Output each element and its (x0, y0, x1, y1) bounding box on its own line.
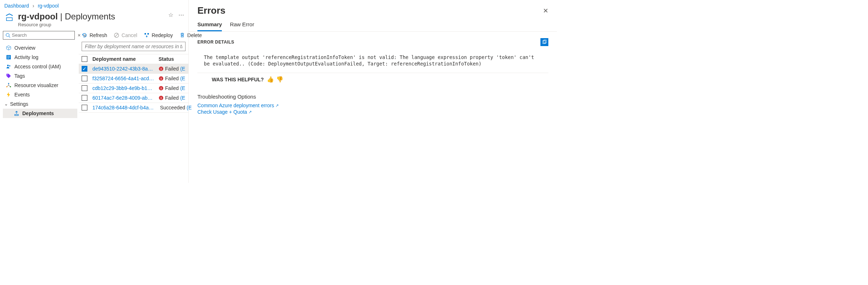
chevron-down-icon: ⌄ (4, 101, 8, 107)
troubleshoot-section: Troubleshooting Options Common Azure dep… (197, 94, 548, 115)
page-subtitle: Resource group (18, 22, 165, 27)
status-cell: !Failed (E (159, 95, 186, 101)
svg-point-7 (7, 65, 9, 66)
status-cell: !Failed (E (159, 76, 186, 81)
deployment-name-link[interactable]: cdb12c29-3bb9-4e9b-b1b5-216... (92, 85, 154, 91)
cancel-icon (114, 32, 119, 38)
sidebar-item-tags[interactable]: Tags (3, 71, 77, 81)
page-title: rg-vdpool | Deployments (18, 12, 165, 22)
breadcrumb-current[interactable]: rg-vdpool (38, 3, 59, 9)
table-row[interactable]: f3258724-6656-4a41-acd8-18ed...!Failed (… (79, 74, 188, 83)
row-checkbox[interactable] (82, 85, 87, 91)
filter-row (82, 42, 186, 51)
status-detail-link[interactable]: (E (180, 76, 185, 81)
table-row[interactable]: cdb12c29-3bb9-4e9b-b1b5-216...!Failed (E (79, 83, 188, 93)
panel-tabs: Summary Raw Error (189, 16, 557, 32)
cube-icon (6, 45, 12, 51)
bolt-icon (6, 92, 12, 98)
page-title-bar: rg-vdpool | Deployments Resource group ☆… (0, 9, 188, 29)
col-header-name[interactable]: Deployment name (92, 56, 154, 62)
status-detail-link[interactable]: (E (180, 85, 185, 91)
troubleshoot-heading: Troubleshooting Options (197, 94, 548, 100)
error-icon: ! (159, 86, 164, 91)
svg-rect-13 (15, 114, 18, 116)
row-checkbox[interactable]: ✓ (82, 66, 87, 72)
svg-point-9 (7, 74, 8, 75)
svg-rect-0 (6, 18, 12, 21)
sidebar-item-label: Resource visualizer (14, 82, 58, 88)
deployments-table: Deployment name Status ✓de943510-2242-43… (79, 54, 188, 113)
sidebar-group-label: Settings (10, 101, 28, 107)
col-header-status[interactable]: Status (159, 56, 186, 62)
errors-panel: Errors ✕ Summary Raw Error ERROR DETAILS… (188, 0, 557, 183)
status-cell: Succeeded (E (159, 105, 186, 110)
sidebar-item-access-control-iam-[interactable]: Access control (IAM) (3, 62, 77, 71)
svg-rect-17 (147, 33, 149, 35)
error-message: The template output 'referenceRegistrati… (197, 49, 548, 73)
more-icon[interactable]: ⋯ (178, 12, 184, 18)
content-area: Refresh Cancel Redeploy Delete (77, 29, 188, 118)
sidebar-item-resource-visualizer[interactable]: Resource visualizer (3, 81, 77, 90)
deployment-name-link[interactable]: 174c6a28-6448-4dcf-b4ae-0fe99... (92, 105, 154, 110)
sidebar-item-label: Events (14, 92, 30, 98)
redeploy-button[interactable]: Redeploy (144, 32, 173, 38)
error-details-heading: ERROR DETAILS (197, 40, 234, 45)
table-row[interactable]: ✓de943510-2242-43b3-8a1b-a024...!Failed … (79, 64, 188, 74)
sidebar-group-settings[interactable]: ⌄Settings (3, 99, 77, 109)
tab-raw-error[interactable]: Raw Error (230, 21, 254, 31)
tag-icon (6, 73, 12, 79)
link-check-quota[interactable]: Check Usage + Quota ↗ (197, 109, 548, 115)
svg-text:!: ! (160, 76, 161, 80)
close-panel-icon[interactable]: ✕ (543, 7, 548, 15)
table-row[interactable]: 174c6a28-6448-4dcf-b4ae-0fe99...Succeede… (79, 103, 188, 113)
sidebar-item-label: Activity log (14, 54, 38, 60)
sidebar-item-deployments[interactable]: Deployments (3, 109, 77, 118)
svg-text:!: ! (160, 96, 161, 100)
status-detail-link[interactable]: (E (180, 66, 185, 72)
thumbs-down-icon[interactable]: 👎 (276, 76, 283, 83)
sidebar-item-label: Overview (14, 45, 35, 51)
sidebar-search-input[interactable] (12, 32, 72, 38)
cancel-button[interactable]: Cancel (114, 32, 137, 38)
refresh-button[interactable]: Refresh (82, 32, 107, 38)
sidebar-item-events[interactable]: Events (3, 90, 77, 99)
svg-rect-16 (145, 33, 146, 35)
delete-icon (179, 32, 185, 38)
select-all-checkbox[interactable] (82, 56, 87, 62)
helpful-prompt: WAS THIS HELPFUL? 👍 👎 (197, 73, 548, 83)
sidebar: × « OverviewActivity logAccess control (… (0, 29, 77, 118)
search-icon (5, 33, 10, 38)
favorite-star-icon[interactable]: ☆ (168, 12, 173, 18)
table-row[interactable]: 60174ac7-6e28-4009-ab4f-e1c60...!Failed … (79, 93, 188, 103)
thumbs-up-icon[interactable]: 👍 (267, 76, 274, 83)
refresh-icon (82, 32, 87, 38)
copy-icon (542, 40, 547, 45)
copy-button[interactable] (540, 38, 548, 46)
external-link-icon: ↗ (275, 103, 279, 108)
sidebar-item-label: Tags (14, 73, 25, 79)
sidebar-item-label: Access control (IAM) (14, 64, 61, 69)
sidebar-search[interactable] (3, 31, 75, 40)
deploy-icon (14, 110, 19, 116)
status-cell: !Failed (E (159, 85, 186, 91)
breadcrumb-root[interactable]: Dashboard (4, 3, 29, 9)
deployment-name-link[interactable]: 60174ac7-6e28-4009-ab4f-e1c60... (92, 95, 154, 101)
svg-point-1 (6, 33, 9, 37)
status-detail-link[interactable]: (E (180, 95, 185, 101)
status-cell: !Failed (E (159, 66, 186, 72)
row-checkbox[interactable] (82, 105, 87, 110)
sidebar-item-activity-log[interactable]: Activity log (3, 53, 77, 62)
row-checkbox[interactable] (82, 76, 87, 81)
link-common-errors[interactable]: Common Azure deployment errors ↗ (197, 103, 548, 108)
sidebar-item-overview[interactable]: Overview (3, 43, 77, 53)
error-icon: ! (159, 66, 164, 71)
redeploy-icon (144, 32, 150, 38)
deployment-name-link[interactable]: f3258724-6656-4a41-acd8-18ed... (92, 76, 154, 81)
deployment-name-link[interactable]: de943510-2242-43b3-8a1b-a024... (92, 66, 154, 72)
resource-group-icon (4, 12, 14, 22)
error-icon: ! (159, 95, 164, 100)
row-checkbox[interactable] (82, 95, 87, 101)
tab-summary[interactable]: Summary (197, 21, 222, 31)
filter-input[interactable] (82, 42, 186, 51)
visualizer-icon (6, 82, 12, 88)
